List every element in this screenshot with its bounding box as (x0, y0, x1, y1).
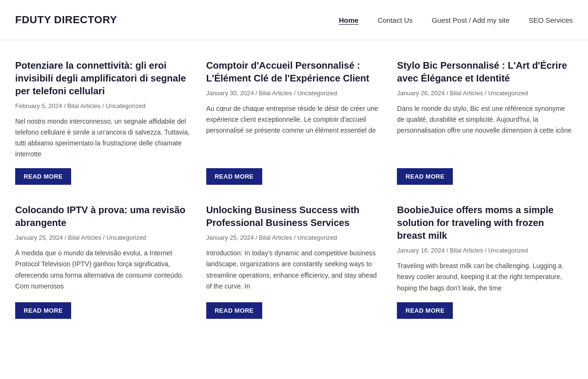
main-nav: Home Contact Us Guest Post / Add my site… (339, 16, 573, 24)
read-more-button[interactable]: READ MORE (397, 302, 453, 319)
meta-sep1: / (256, 90, 259, 97)
article-category: Uncategorized (297, 90, 337, 97)
article-excerpt: Traveling with breast milk can be challe… (397, 261, 573, 293)
article-excerpt: Dans le monde du stylo, Bic est une réfé… (397, 103, 573, 160)
read-more-button[interactable]: READ MORE (206, 168, 262, 185)
meta-sep2: / (294, 234, 297, 241)
article-category: Uncategorized (106, 234, 146, 241)
site-header: FDUTY DIRECTORY Home Contact Us Guest Po… (0, 0, 588, 40)
read-more-button[interactable]: READ MORE (397, 168, 453, 185)
article-card: Stylo Bic Personnalisé : L'Art d'Écrire … (397, 59, 573, 185)
article-meta: February 5, 2024 / Bilal Articles / Unca… (15, 102, 191, 109)
article-card: Comptoir d'Accueil Personnalisé : L'Élém… (206, 59, 382, 185)
article-category: Uncategorized (488, 90, 528, 97)
article-card: Potenziare la connettività: gli eroi inv… (15, 59, 191, 185)
read-more-button[interactable]: READ MORE (15, 168, 71, 185)
meta-sep1: / (446, 247, 450, 254)
article-title: Unlocking Business Success with Professi… (206, 204, 382, 229)
main-content: Potenziare la connettività: gli eroi inv… (0, 40, 588, 338)
article-meta: January 25, 2024 / Bilal Articles / Unca… (206, 234, 382, 241)
nav-home[interactable]: Home (339, 16, 358, 24)
article-date: February 5, 2024 (15, 102, 62, 109)
article-date: January 25, 2024 (206, 234, 254, 241)
meta-sep2: / (485, 247, 488, 254)
meta-sep2: / (485, 90, 488, 97)
article-author: Bilal Articles (259, 90, 292, 97)
article-excerpt: Introduction: In today's dynamic and com… (206, 248, 382, 293)
article-category: Uncategorized (488, 247, 528, 254)
article-title: Potenziare la connettività: gli eroi inv… (15, 59, 191, 98)
nav-contact[interactable]: Contact Us (377, 16, 413, 24)
meta-sep2: / (102, 102, 106, 109)
read-more-button[interactable]: READ MORE (15, 302, 71, 319)
article-card: Unlocking Business Success with Professi… (206, 204, 382, 318)
article-title: BoobieJuice offers moms a simple solutio… (397, 204, 573, 242)
article-category: Uncategorized (106, 102, 146, 109)
article-date: January 25, 2024 (15, 234, 63, 241)
read-more-button[interactable]: READ MORE (206, 302, 262, 319)
article-meta: January 16, 2024 / Bilal Articles / Unca… (397, 247, 573, 254)
article-date: January 30, 2024 (206, 90, 254, 97)
article-author: Bilal Articles (259, 234, 292, 241)
article-author: Bilal Articles (450, 247, 483, 254)
meta-sep1: / (256, 234, 259, 241)
article-title: Colocando IPTV à prova: uma revisão abra… (15, 204, 191, 229)
article-excerpt: Au cœur de chaque entreprise réside le d… (206, 103, 382, 160)
meta-sep1: / (64, 102, 67, 109)
article-excerpt: Nel nostro mondo interconnesso, un segna… (15, 116, 191, 160)
articles-grid: Potenziare la connettività: gli eroi inv… (15, 59, 573, 319)
article-meta: January 26, 2024 / Bilal Articles / Unca… (397, 90, 573, 97)
article-meta: January 25, 2024 / Bilal Articles / Unca… (15, 234, 191, 241)
article-date: January 16, 2024 (397, 247, 444, 254)
article-title: Comptoir d'Accueil Personnalisé : L'Élém… (206, 59, 382, 85)
nav-seo-services[interactable]: SEO Services (529, 16, 573, 24)
article-author: Bilal Articles (67, 102, 101, 109)
article-author: Bilal Articles (68, 234, 101, 241)
site-logo[interactable]: FDUTY DIRECTORY (15, 14, 117, 26)
meta-sep1: / (446, 90, 450, 97)
meta-sep2: / (294, 90, 297, 97)
article-author: Bilal Articles (450, 90, 483, 97)
article-meta: January 30, 2024 / Bilal Articles / Unca… (206, 90, 382, 97)
article-card: Colocando IPTV à prova: uma revisão abra… (15, 204, 191, 318)
nav-guest-post[interactable]: Guest Post / Add my site (432, 16, 509, 24)
article-title: Stylo Bic Personnalisé : L'Art d'Écrire … (397, 59, 573, 85)
article-category: Uncategorized (297, 234, 337, 241)
article-date: January 26, 2024 (397, 90, 444, 97)
article-excerpt: À medida que o mundo da televisão evolui… (15, 248, 191, 293)
article-card: BoobieJuice offers moms a simple solutio… (397, 204, 573, 318)
